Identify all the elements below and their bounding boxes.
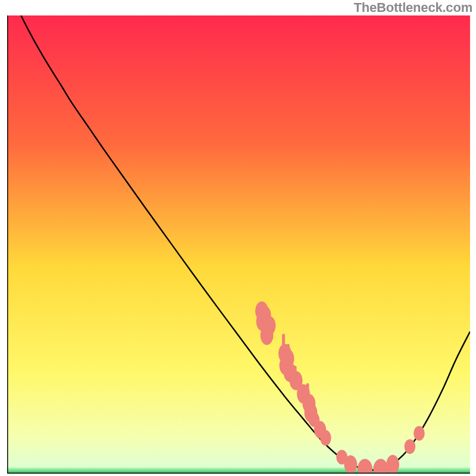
watermark-text: TheBottleneck.com: [353, 0, 472, 15]
svg-point-27: [414, 426, 425, 441]
svg-point-25: [386, 455, 399, 474]
svg-point-20: [320, 430, 331, 446]
svg-point-22: [344, 455, 357, 474]
svg-point-9: [261, 325, 274, 345]
bottleneck-chart: [7, 15, 470, 474]
svg-point-26: [405, 439, 416, 454]
chart-container: TheBottleneck.com: [0, 0, 476, 476]
gradient-background: [7, 15, 470, 474]
